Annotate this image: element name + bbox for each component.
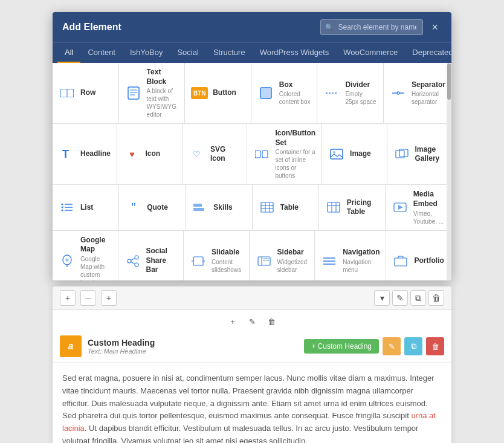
close-button[interactable]: × [428,20,442,35]
headline-icon: T [59,146,76,163]
heading-actions: + ✎ 🗑 [53,310,451,331]
separator-icon [390,85,407,102]
scroll-bar[interactable] [447,63,451,280]
svg-point-42 [128,259,131,263]
tab-ishyoboy[interactable]: IshYoBoy [123,43,170,63]
element-name: Row [80,88,112,98]
icon-icon: ♥ [123,146,140,163]
element-svg-icon[interactable]: ♡ SVG Icon [183,124,247,184]
svg-rect-2 [128,87,139,99]
element-text: Row [80,88,112,98]
element-box[interactable]: Box Colored content box [251,63,318,123]
tab-woocommerce[interactable]: WooCommerce [336,43,405,63]
dialog-header: Add Element 🔍 × [53,12,451,42]
add-custom-heading-btn[interactable]: + Custom Heading [304,339,379,354]
row-icon [59,85,76,102]
svg-rect-27 [261,202,273,212]
svg-rect-13 [255,150,260,158]
svg-line-45 [131,262,135,264]
main-wrapper: Add Element 🔍 × All Content IshYoBoy Soc… [53,12,451,443]
svg-line-44 [131,258,135,260]
element-name: List [80,203,112,213]
action-delete-btn[interactable]: 🗑 [263,314,279,329]
image-icon [328,146,345,163]
svg-rect-46 [193,257,203,265]
element-navigation[interactable]: Navigation Navigation menu [315,231,386,280]
element-name: Navigation [343,248,380,257]
grid-row: Row Text Block A block of text with WYSI… [53,63,451,124]
add-element-dialog: Add Element 🔍 × All Content IshYoBoy Soc… [53,12,451,280]
element-text: Box Colored content box [279,80,311,106]
element-text: Image Gallery [415,145,445,164]
svg-point-43 [135,263,138,267]
divider-btn[interactable]: — [80,290,96,306]
element-list[interactable]: List [53,185,119,230]
element-desc: A block of text with WYSIWYG editor [147,87,179,118]
element-sidebar[interactable]: Sidebar Widgetized sidebar [250,231,315,280]
element-skills[interactable]: Skills [186,185,252,230]
element-quote[interactable]: " Quote [119,185,186,230]
svg-point-22 [62,204,63,205]
mediaembed-icon [392,199,409,216]
element-name: Box [279,80,311,90]
element-text-block[interactable]: Text Block A block of text with WYSIWYG … [119,63,186,123]
elements-grid: Row Text Block A block of text with WYSI… [53,63,451,280]
scroll-thumb[interactable] [447,63,451,100]
element-divider[interactable]: Divider Empty 25px space [317,63,384,123]
element-image[interactable]: Image [322,124,387,184]
element-media-embed[interactable]: Media Embed Vimeo, Youtube, ... [386,185,451,230]
element-button[interactable]: BTN Button [185,63,251,123]
element-table[interactable]: Table [253,185,319,230]
element-slidable[interactable]: Slidable Content slideshows [184,231,250,280]
delete-top-btn[interactable]: 🗑 [428,290,444,306]
svg-point-41 [135,256,138,259]
element-row[interactable]: Row [53,63,119,123]
tab-social[interactable]: Social [170,43,205,63]
element-image-gallery[interactable]: Image Gallery [387,124,451,184]
element-text: Divider Empty 25px space [345,80,377,106]
element-social-share[interactable]: Social Share Bar [118,231,184,280]
search-input[interactable] [320,19,423,35]
element-pricing-table[interactable]: Pricing Table [319,185,386,230]
element-text: Separator Horizontal separator [412,80,445,106]
element-name: Image [350,149,380,159]
element-icon[interactable]: ♥ Icon [117,124,182,184]
element-google-map[interactable]: Google Map Google Map with custom locati… [53,231,118,280]
element-portfolio[interactable]: Portfolio [386,231,451,280]
element-name: Button [213,88,245,98]
element-text: Slidable Content slideshows [212,248,243,274]
pencil-btn[interactable]: ✎ [392,290,408,306]
highlight-lacinia: lacinia [62,424,85,433]
element-desc: Navigation menu [343,258,380,274]
element-headline[interactable]: T Headline [53,124,117,184]
element-controls: + Custom Heading ✎ ⧉ 🗑 [304,337,444,355]
imagegallery-icon [393,146,410,163]
tab-deprecated[interactable]: Deprecated [405,43,451,63]
element-separator[interactable]: Separator Horizontal separator [384,63,451,123]
copy-element-btn[interactable]: ⧉ [404,337,422,355]
dropdown-btn[interactable]: ▾ [374,290,390,306]
pricingtable-icon [325,199,342,216]
add-element-top-btn[interactable]: + [60,290,76,306]
tab-wordpress-widgets[interactable]: WordPress Widgets [253,43,337,63]
tab-content[interactable]: Content [80,43,123,63]
svg-rect-56 [395,258,407,266]
action-add-btn[interactable]: + [225,314,241,329]
content-area: Sed erat magna, posuere in nisi at, cond… [53,363,451,443]
action-edit-btn[interactable]: ✎ [244,314,260,329]
edit-element-btn[interactable]: ✎ [383,337,401,355]
svg-rect-15 [331,149,343,159]
add-element-top-btn2[interactable]: + [101,290,117,306]
tab-all[interactable]: All [57,43,80,63]
element-iconbtnset[interactable]: Icon/Button Set Container for a set of i… [247,124,322,184]
element-name: Media Embed [413,190,445,209]
delete-element-btn[interactable]: 🗑 [426,337,444,355]
tabs-bar: All Content IshYoBoy Social Structure Wo… [53,42,451,63]
svg-rect-14 [262,150,268,158]
textblock-icon [125,85,142,102]
element-info: Custom Heading Text: Main Headline [88,338,155,355]
element-text: Google Map Google Map with custom locati… [80,236,112,280]
element-desc: Widgetized sidebar [277,258,309,274]
tab-structure[interactable]: Structure [206,43,253,63]
copy-top-btn[interactable]: ⧉ [410,290,426,306]
